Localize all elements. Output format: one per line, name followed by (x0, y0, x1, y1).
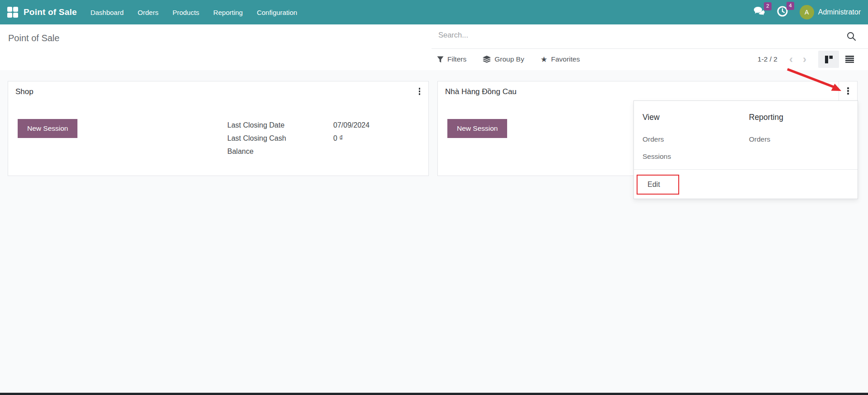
pager-range: 1-2 / 2 (758, 55, 777, 63)
search-icon[interactable] (846, 31, 856, 41)
filters-label: Filters (447, 55, 466, 63)
user-name: Administrator (818, 8, 861, 16)
field-value: 07/09/2024 (333, 119, 369, 132)
app-title[interactable]: Point of Sale (24, 7, 77, 17)
layers-icon (483, 56, 491, 63)
dropdown-item-reporting-orders[interactable]: Orders (749, 135, 770, 143)
menu-reporting[interactable]: Reporting (213, 1, 243, 24)
activities-badge: 4 (786, 2, 794, 10)
field-label: Last Closing Cash Balance (227, 132, 302, 158)
user-menu[interactable]: A Administrator (800, 5, 861, 19)
clock-icon (777, 6, 788, 17)
group-by-button[interactable]: Group By (483, 55, 524, 63)
control-panel: Point of Sale Filters Group By ★ Favorit… (0, 24, 868, 70)
messages-button[interactable]: 2 (753, 6, 765, 18)
menu-configuration[interactable]: Configuration (257, 1, 297, 24)
filters-button[interactable]: Filters (437, 55, 466, 63)
kebab-menu-icon (844, 86, 852, 96)
navbar-right: 2 4 A Administrator (753, 5, 861, 19)
list-view-icon (845, 56, 854, 63)
favorites-label: Favorites (551, 55, 580, 63)
search-facets: Filters Group By ★ Favorites (437, 48, 580, 70)
chat-bubbles-icon (753, 6, 765, 16)
field-row: Last Closing Cash Balance 0 ₫ (227, 132, 369, 158)
card-fields: Last Closing Date 07/09/2024 Last Closin… (227, 119, 369, 158)
kanban-view-icon (825, 56, 833, 63)
apps-grid-icon[interactable] (7, 7, 18, 18)
avatar: A (800, 5, 814, 19)
dropdown-divider (634, 169, 858, 170)
menu-products[interactable]: Products (173, 1, 199, 24)
search-bar (432, 24, 868, 49)
dropdown-item-view-sessions[interactable]: Sessions (643, 152, 671, 161)
funnel-icon (437, 56, 444, 63)
dropdown-section-reporting: Reporting (749, 113, 783, 122)
card-title: Shop (15, 87, 34, 96)
card-title: Nhà Hàng Đồng Cau (445, 87, 517, 96)
bottom-edge-bar (0, 393, 868, 395)
top-navbar: Point of Sale Dashboard Orders Products … (0, 0, 868, 24)
kebab-menu-button[interactable] (839, 81, 857, 101)
group-by-label: Group By (494, 55, 524, 63)
pager-previous-icon[interactable]: ‹ (789, 54, 793, 65)
messages-badge: 2 (764, 2, 771, 10)
star-icon: ★ (541, 56, 547, 63)
menu-orders[interactable]: Orders (138, 1, 158, 24)
search-input[interactable] (437, 30, 829, 40)
field-value: 0 ₫ (333, 132, 343, 145)
dropdown-item-view-orders[interactable]: Orders (643, 135, 664, 143)
dropdown-item-edit[interactable]: Edit (647, 181, 660, 189)
dropdown-section-view: View (643, 113, 660, 122)
field-label: Last Closing Date (227, 119, 302, 132)
activities-button[interactable]: 4 (777, 6, 788, 19)
kebab-menu-icon[interactable] (416, 86, 423, 97)
favorites-button[interactable]: ★ Favorites (541, 55, 580, 63)
pos-card-shop: Shop New Session Last Closing Date 07/09… (8, 81, 429, 176)
main-menu: Dashboard Orders Products Reporting Conf… (91, 1, 297, 24)
breadcrumb[interactable]: Point of Sale (8, 33, 59, 43)
pager-next-icon[interactable]: › (803, 54, 806, 65)
menu-dashboard[interactable]: Dashboard (91, 1, 124, 24)
new-session-button[interactable]: New Session (18, 119, 77, 138)
card-dropdown-menu: View Reporting Orders Sessions Orders Ed… (633, 100, 858, 199)
kanban-view-button[interactable] (818, 51, 839, 68)
list-view-button[interactable] (839, 51, 860, 68)
new-session-button[interactable]: New Session (447, 119, 507, 138)
pager: 1-2 / 2 ‹ › (758, 48, 860, 70)
field-row: Last Closing Date 07/09/2024 (227, 119, 369, 132)
